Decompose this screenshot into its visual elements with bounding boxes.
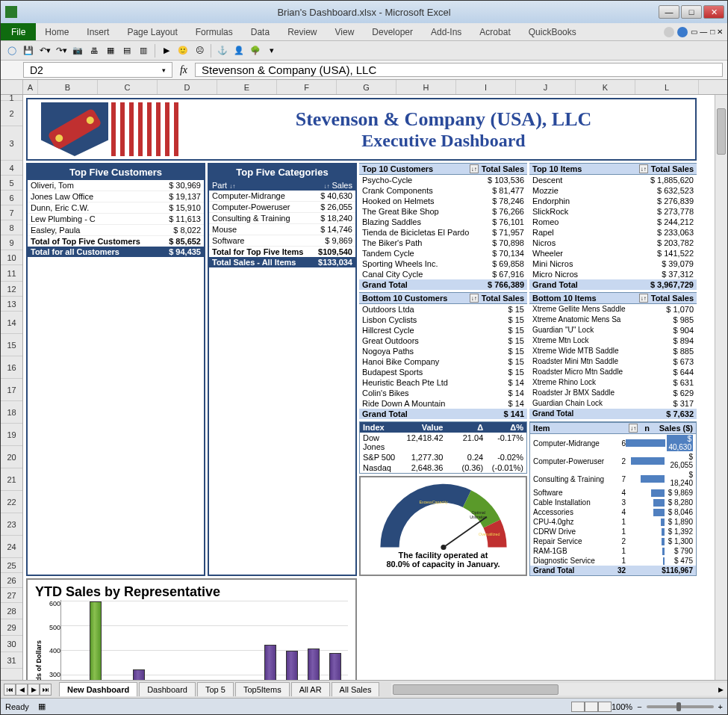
row-10[interactable]: 10 bbox=[1, 250, 22, 265]
ribbon-tab-quickbooks[interactable]: QuickBooks bbox=[520, 24, 585, 40]
row-9[interactable]: 9 bbox=[1, 235, 22, 250]
row-22[interactable]: 22 bbox=[1, 491, 22, 513]
close-button[interactable]: ✕ bbox=[703, 5, 724, 19]
row-28[interactable]: 28 bbox=[1, 603, 22, 619]
worksheet[interactable]: Stevenson & Company (USA), LLC Executive… bbox=[23, 95, 727, 680]
row-12[interactable]: 12 bbox=[1, 282, 22, 297]
filter-icon[interactable]: ↓↑ bbox=[639, 294, 648, 303]
col-E[interactable]: E bbox=[217, 80, 277, 94]
row-4[interactable]: 4 bbox=[1, 161, 22, 176]
zoom-out-icon[interactable]: − bbox=[637, 702, 641, 711]
undo-icon[interactable]: ↶▾ bbox=[38, 44, 52, 58]
tab-first-icon[interactable]: ⏮ bbox=[4, 684, 16, 696]
row-18[interactable]: 18 bbox=[1, 401, 22, 424]
help-icon[interactable] bbox=[677, 27, 688, 37]
view-break-icon[interactable] bbox=[598, 702, 612, 712]
row-17[interactable]: 17 bbox=[1, 379, 22, 401]
row-19[interactable]: 19 bbox=[1, 424, 22, 446]
zoom-level[interactable]: 100% bbox=[612, 702, 632, 711]
name-box[interactable]: D2▾ bbox=[23, 62, 172, 78]
anchor-icon[interactable]: ⚓ bbox=[216, 44, 229, 58]
row-23[interactable]: 23 bbox=[1, 513, 22, 536]
qat-ball-icon[interactable]: ◯ bbox=[5, 44, 19, 58]
col-B[interactable]: B bbox=[38, 80, 98, 94]
ribbon-tab-view[interactable]: View bbox=[326, 24, 364, 40]
row-14[interactable]: 14 bbox=[1, 312, 22, 334]
macro-icon[interactable]: ▦ bbox=[38, 702, 46, 711]
ribbon-tab-acrobat[interactable]: Acrobat bbox=[470, 24, 519, 40]
unknown-icon[interactable] bbox=[664, 27, 674, 37]
tab-last-icon[interactable]: ⏭ bbox=[40, 684, 52, 696]
print-icon[interactable]: 🖶 bbox=[87, 44, 101, 58]
zoom-slider[interactable] bbox=[647, 705, 714, 708]
view-normal-icon[interactable] bbox=[571, 702, 585, 712]
doc-close-icon[interactable]: □ ✕ bbox=[710, 28, 723, 36]
col-F[interactable]: F bbox=[277, 80, 337, 94]
sheet-tab[interactable]: All AR bbox=[291, 682, 330, 696]
view-layout-icon[interactable] bbox=[585, 702, 598, 712]
row-7[interactable]: 7 bbox=[1, 205, 22, 220]
row-25[interactable]: 25 bbox=[1, 558, 22, 573]
tab-prev-icon[interactable]: ◀ bbox=[16, 684, 28, 696]
row-31[interactable]: 31 bbox=[1, 652, 22, 669]
formula-input[interactable]: Stevenson & Company (USA), LLC bbox=[195, 63, 723, 77]
col-I[interactable]: I bbox=[456, 80, 516, 94]
col-K[interactable]: K bbox=[576, 80, 635, 94]
row-1[interactable]: 1 bbox=[1, 95, 22, 101]
layout3-icon[interactable]: ▥ bbox=[137, 44, 150, 58]
sheet-tab[interactable]: Top 5 bbox=[197, 682, 234, 696]
file-tab[interactable]: File bbox=[1, 23, 36, 40]
row-2[interactable]: 2 bbox=[1, 101, 22, 126]
maximize-button[interactable]: □ bbox=[681, 5, 702, 19]
zoom-in-icon[interactable]: + bbox=[718, 702, 723, 711]
row-20[interactable]: 20 bbox=[1, 446, 22, 468]
row-26[interactable]: 26 bbox=[1, 573, 22, 588]
filter-icon[interactable]: ↓↑ bbox=[470, 164, 479, 173]
filter-icon[interactable]: ↓↑ bbox=[470, 294, 479, 303]
tree-icon[interactable]: 🌳 bbox=[249, 44, 262, 58]
sheet-tab[interactable]: New Dashboard bbox=[59, 682, 137, 696]
sheet-tab[interactable]: Top5Items bbox=[235, 682, 290, 696]
camera-icon[interactable]: 📷 bbox=[71, 44, 84, 58]
row-13[interactable]: 13 bbox=[1, 297, 22, 312]
row-21[interactable]: 21 bbox=[1, 468, 22, 491]
layout1-icon[interactable]: ▦ bbox=[104, 44, 117, 58]
dropdown-icon[interactable]: ▾ bbox=[265, 44, 279, 58]
filter-icon[interactable]: ↓↑ bbox=[639, 164, 648, 173]
col-J[interactable]: J bbox=[516, 80, 576, 94]
col-A[interactable]: A bbox=[23, 80, 38, 94]
minimize-button[interactable]: — bbox=[659, 5, 679, 19]
fx-icon[interactable]: fx bbox=[172, 64, 195, 76]
row-6[interactable]: 6 bbox=[1, 191, 22, 205]
row-11[interactable]: 11 bbox=[1, 265, 22, 282]
sad-icon[interactable]: ☹ bbox=[193, 44, 206, 58]
ribbon-tab-add-ins[interactable]: Add-Ins bbox=[422, 24, 470, 40]
row-24[interactable]: 24 bbox=[1, 536, 22, 558]
col-G[interactable]: G bbox=[337, 80, 396, 94]
redo-icon[interactable]: ↷▾ bbox=[55, 44, 68, 58]
row-5[interactable]: 5 bbox=[1, 176, 22, 191]
ribbon-tab-developer[interactable]: Developer bbox=[363, 24, 422, 40]
col-C[interactable]: C bbox=[98, 80, 158, 94]
row-3[interactable]: 3 bbox=[1, 126, 22, 161]
ribbon-min-icon[interactable]: ▭ — bbox=[691, 28, 707, 36]
tab-next-icon[interactable]: ▶ bbox=[28, 684, 40, 696]
save-icon[interactable]: 💾 bbox=[22, 44, 35, 58]
col-H[interactable]: H bbox=[396, 80, 456, 94]
ribbon-tab-data[interactable]: Data bbox=[242, 24, 279, 40]
row-15[interactable]: 15 bbox=[1, 334, 22, 356]
row-27[interactable]: 27 bbox=[1, 588, 22, 603]
ribbon-tab-formulas[interactable]: Formulas bbox=[187, 24, 242, 40]
vertical-scrollbar[interactable] bbox=[715, 95, 727, 680]
row-8[interactable]: 8 bbox=[1, 220, 22, 235]
smile-icon[interactable]: 🙂 bbox=[176, 44, 190, 58]
col-L[interactable]: L bbox=[635, 80, 699, 94]
sheet-tab[interactable]: All Sales bbox=[332, 682, 380, 696]
row-30[interactable]: 30 bbox=[1, 636, 22, 652]
person-icon[interactable]: 👤 bbox=[232, 44, 246, 58]
ribbon-tab-home[interactable]: Home bbox=[36, 24, 78, 40]
horizontal-scrollbar[interactable] bbox=[391, 683, 715, 696]
ribbon-tab-pagelayout[interactable]: Page Layout bbox=[118, 24, 186, 40]
filter-icon[interactable]: ↓↑ bbox=[629, 424, 638, 433]
ribbon-tab-insert[interactable]: Insert bbox=[78, 24, 118, 40]
